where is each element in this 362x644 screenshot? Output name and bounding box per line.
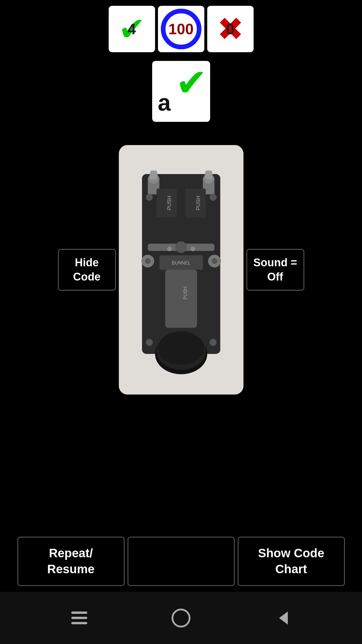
svg-point-11 bbox=[175, 241, 187, 253]
svg-point-25 bbox=[146, 194, 153, 201]
svg-point-24 bbox=[210, 339, 217, 346]
wrong-score-box: ✖ 0 bbox=[207, 6, 254, 52]
letter-display-container: ✔ a bbox=[0, 61, 362, 122]
svg-text:BUNNEL: BUNNEL bbox=[172, 261, 190, 265]
wrong-count: 0 bbox=[226, 20, 234, 38]
morse-key-image: PUSH PUSH BUNNEL PUSH bbox=[119, 145, 243, 395]
svg-text:PUSH: PUSH bbox=[166, 196, 172, 210]
hide-code-button[interactable]: Hide Code bbox=[58, 249, 116, 291]
svg-point-30 bbox=[190, 247, 195, 251]
bottom-buttons-row: Repeat/ Resume Show Code Chart bbox=[0, 537, 362, 586]
show-code-chart-button[interactable]: Show Code Chart bbox=[238, 537, 345, 586]
morse-key-svg: PUSH PUSH BUNNEL PUSH bbox=[119, 145, 243, 395]
middle-section: Hide Code PUSH PUSH bbox=[0, 145, 362, 395]
repeat-resume-button[interactable]: Repeat/ Resume bbox=[17, 537, 125, 586]
menu-icon-line1 bbox=[71, 612, 87, 614]
svg-point-15 bbox=[212, 258, 217, 264]
svg-point-29 bbox=[167, 247, 172, 251]
navigation-bar bbox=[0, 592, 362, 644]
sound-off-label: Sound = Off bbox=[253, 256, 297, 283]
menu-icon-line3 bbox=[71, 622, 87, 624]
svg-text:PUSH: PUSH bbox=[183, 287, 188, 299]
letter-box: ✔ a bbox=[152, 61, 210, 122]
middle-button[interactable] bbox=[128, 537, 235, 586]
current-letter: a bbox=[158, 89, 171, 116]
repeat-resume-label: Repeat/ Resume bbox=[24, 545, 118, 577]
correct-score-box: ✔ 4 bbox=[109, 6, 155, 52]
svg-point-13 bbox=[145, 258, 151, 264]
correct-count: 4 bbox=[128, 20, 136, 38]
back-icon bbox=[275, 610, 291, 626]
svg-point-22 bbox=[158, 331, 204, 365]
svg-rect-28 bbox=[205, 171, 212, 179]
svg-rect-27 bbox=[150, 171, 157, 179]
show-code-chart-label: Show Code Chart bbox=[244, 545, 338, 577]
letter-checkmark-icon: ✔ bbox=[176, 64, 207, 102]
hide-code-label: Hide Code bbox=[73, 256, 101, 283]
svg-marker-31 bbox=[279, 612, 288, 625]
svg-rect-18 bbox=[165, 270, 197, 328]
home-button[interactable] bbox=[172, 609, 190, 627]
svg-text:PUSH: PUSH bbox=[195, 196, 201, 210]
total-count: 100 bbox=[168, 20, 194, 38]
svg-point-26 bbox=[210, 194, 217, 201]
menu-button[interactable] bbox=[71, 612, 87, 624]
svg-point-23 bbox=[146, 339, 153, 346]
score-row: ✔ 4 100 ✖ 0 bbox=[0, 0, 362, 52]
sound-off-button[interactable]: Sound = Off bbox=[246, 249, 304, 291]
total-score-box: 100 bbox=[158, 6, 204, 52]
menu-icon-line2 bbox=[71, 617, 87, 619]
back-button[interactable] bbox=[275, 610, 291, 626]
